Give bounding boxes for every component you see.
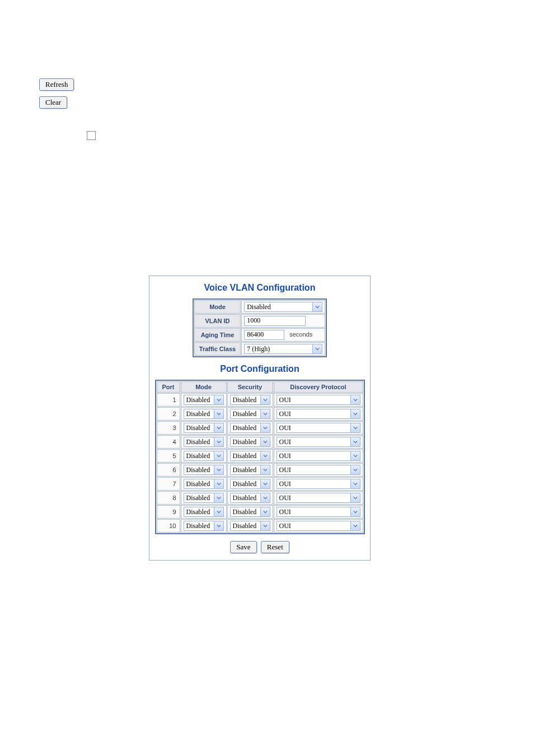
checkbox[interactable] (87, 131, 96, 140)
top-button-group: Refresh Clear (0, 0, 534, 109)
refresh-button[interactable]: Refresh (39, 78, 74, 91)
clear-button[interactable]: Clear (39, 96, 67, 109)
